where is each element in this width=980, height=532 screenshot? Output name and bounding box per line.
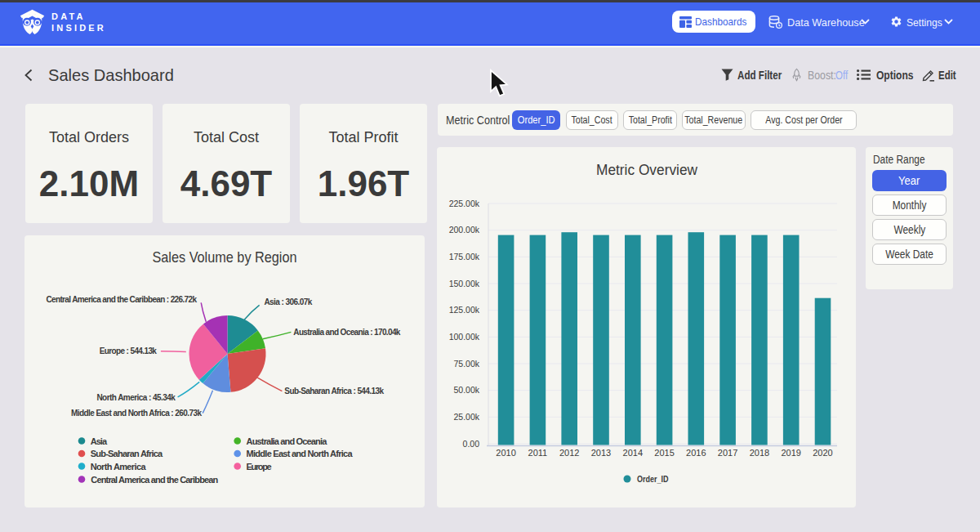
- svg-text:Central America and the Caribb: Central America and the Caribbean : 226.…: [46, 295, 197, 304]
- svg-text:Europe : 544.13k: Europe : 544.13k: [100, 346, 158, 355]
- svg-text:100.00k: 100.00k: [449, 332, 480, 342]
- svg-text:Australia and Oceania: Australia and Oceania: [247, 436, 328, 446]
- svg-text:2019: 2019: [781, 448, 800, 458]
- svg-text:25.00k: 25.00k: [453, 412, 479, 422]
- svg-text:2013: 2013: [591, 448, 611, 458]
- svg-text:Order_ID: Order_ID: [637, 474, 669, 484]
- svg-text:125.00k: 125.00k: [449, 305, 480, 315]
- svg-text:2010: 2010: [496, 448, 515, 458]
- svg-text:75.00k: 75.00k: [453, 359, 479, 369]
- svg-text:2014: 2014: [623, 448, 643, 458]
- svg-text:Europe: Europe: [247, 462, 272, 472]
- svg-text:2018: 2018: [750, 448, 769, 458]
- svg-text:North America: North America: [91, 462, 147, 472]
- svg-text:50.00k: 50.00k: [453, 385, 479, 395]
- svg-text:2012: 2012: [559, 448, 579, 458]
- svg-text:Asia : 306.07k: Asia : 306.07k: [264, 297, 312, 306]
- svg-text:2020: 2020: [813, 448, 832, 458]
- svg-text:North America : 45.34k: North America : 45.34k: [96, 393, 176, 402]
- svg-text:175.00k: 175.00k: [449, 252, 480, 262]
- svg-text:Asia: Asia: [91, 436, 108, 446]
- svg-text:150.00k: 150.00k: [449, 279, 480, 288]
- svg-text:Sub-Saharan Africa: Sub-Saharan Africa: [91, 449, 163, 458]
- svg-text:225.00k: 225.00k: [449, 199, 480, 208]
- svg-text:Metric Overview: Metric Overview: [596, 162, 698, 178]
- svg-text:Middle East and North Africa: Middle East and North Africa: [247, 449, 354, 458]
- svg-text:Australia and Oceania : 170.04: Australia and Oceania : 170.04k: [293, 328, 401, 337]
- svg-text:2015: 2015: [654, 448, 674, 458]
- svg-text:Sub-Saharan Africa : 544.13k: Sub-Saharan Africa : 544.13k: [284, 387, 384, 396]
- svg-text:Middle East and North Africa :: Middle East and North Africa : 260.73k: [71, 409, 202, 418]
- svg-text:200.00k: 200.00k: [449, 225, 480, 235]
- svg-text:Central America and the Caribb: Central America and the Caribbean: [91, 475, 218, 485]
- svg-text:2016: 2016: [686, 448, 706, 458]
- svg-text:0.00: 0.00: [463, 439, 480, 449]
- svg-text:Sales Volume by Region: Sales Volume by Region: [153, 248, 297, 266]
- svg-text:2017: 2017: [718, 448, 737, 458]
- svg-text:2011: 2011: [528, 448, 548, 458]
